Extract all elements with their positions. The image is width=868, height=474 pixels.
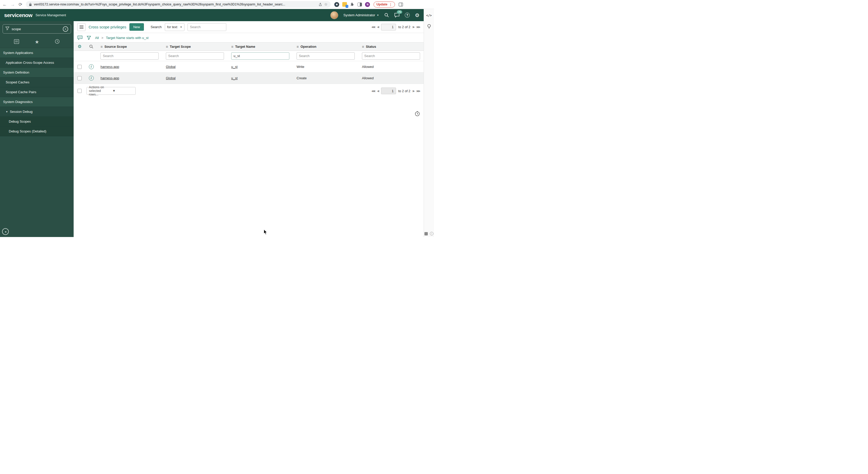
conversations-icon[interactable]: 75 <box>394 13 400 18</box>
page-number-input[interactable] <box>381 24 396 30</box>
sidebar-item-debug-scopes[interactable]: Debug Scopes <box>0 117 74 127</box>
list-toolbar: Cross scope privileges New Search for te… <box>74 21 424 33</box>
breadcrumb-filter-link[interactable]: Target Name starts with u_st <box>106 36 149 40</box>
previous-page-icon[interactable]: ◀ <box>377 89 378 93</box>
cell-source-scope-link[interactable]: harness-app <box>100 76 119 80</box>
sidebar-item-scoped-caches[interactable]: Scoped Caches <box>0 77 74 87</box>
extension-adblock-icon[interactable]: ✱ <box>334 2 339 7</box>
column-menu-icon[interactable]: ≡ <box>362 45 364 49</box>
previous-page-icon[interactable]: ◀ <box>377 25 378 29</box>
sidebar-collapse-button[interactable]: ◄ <box>2 228 9 235</box>
navigator-tabs: ★ <box>0 36 74 48</box>
sidebar-item-session-debug[interactable]: ▼ Session Debug <box>0 107 74 117</box>
sidebar-item-scoped-cache-pairs[interactable]: Scoped Cache Pairs <box>0 87 74 97</box>
column-header-operation[interactable]: ≡Operation <box>293 45 358 49</box>
filter-clear-icon[interactable]: × <box>63 26 68 32</box>
cell-target-scope-link[interactable]: Global <box>166 65 176 69</box>
list-search-input[interactable] <box>188 23 226 31</box>
user-avatar[interactable] <box>331 11 338 19</box>
search-source-scope-input[interactable] <box>100 53 159 60</box>
right-utility-strip: </> i <box>424 9 434 237</box>
new-record-button[interactable]: New <box>129 23 144 31</box>
browser-profile-avatar[interactable]: N <box>365 2 370 7</box>
select-caret-icon: ▼ <box>180 26 182 28</box>
help-icon[interactable]: ? <box>405 13 410 18</box>
extensions-puzzle-icon[interactable] <box>350 2 354 7</box>
sidebar-item-system-definition[interactable]: System Definition <box>0 68 74 77</box>
user-menu[interactable]: System Administrator ▼ <box>343 13 379 17</box>
response-time-clock-icon[interactable] <box>414 111 420 117</box>
last-page-icon[interactable]: ▶▶ <box>417 25 420 29</box>
idea-bulb-icon[interactable] <box>427 24 431 30</box>
address-bar[interactable]: ven03172.service-now.com/nav_to.do?uri=%… <box>26 1 331 8</box>
cell-source-scope-link[interactable]: harness-app <box>100 65 119 69</box>
bookmark-star-icon[interactable]: ☆ <box>324 2 328 7</box>
code-console-icon[interactable]: </> <box>426 14 432 17</box>
column-header-source-scope[interactable]: ≡Source Scope <box>97 45 162 49</box>
first-page-icon[interactable]: ◀◀ <box>371 25 375 29</box>
search-operation-input[interactable] <box>297 53 355 60</box>
extension-notes-icon[interactable]: 3 <box>342 2 347 7</box>
tab-history-clock-icon[interactable] <box>55 39 60 45</box>
search-target-scope-input[interactable] <box>166 53 224 60</box>
record-preview-icon[interactable]: i <box>89 64 94 69</box>
column-search-toggle-icon[interactable] <box>86 44 97 49</box>
tree-expand-caret-icon: ▼ <box>6 110 8 113</box>
column-header-target-name[interactable]: ≡Target Name <box>227 45 293 49</box>
column-menu-icon[interactable]: ≡ <box>231 45 233 49</box>
column-search-row <box>74 51 424 61</box>
search-status-input[interactable] <box>362 53 420 60</box>
next-page-icon[interactable]: ▶ <box>413 89 414 93</box>
personalize-list-gear-icon[interactable]: ⚙ <box>74 44 86 49</box>
row-range-label: to 2 of 2 <box>398 25 410 29</box>
next-page-icon[interactable]: ▶ <box>413 25 414 29</box>
extension-split-screen-icon[interactable] <box>358 3 362 6</box>
navigator-filter-input[interactable] <box>11 27 60 31</box>
select-all-checkbox[interactable] <box>78 89 82 93</box>
footer-toggle-icon[interactable] <box>425 232 428 235</box>
tab-all-applications[interactable] <box>14 39 19 45</box>
column-menu-icon[interactable]: ≡ <box>100 45 102 49</box>
first-page-icon[interactable]: ◀◀ <box>371 89 375 93</box>
list-activity-icon[interactable] <box>77 35 83 40</box>
row-checkbox[interactable] <box>78 65 82 69</box>
cell-target-scope-link[interactable]: Global <box>166 76 176 80</box>
browser-reload-button[interactable]: ⟳ <box>19 2 22 7</box>
search-target-name-input[interactable] <box>231 53 289 60</box>
column-header-target-scope[interactable]: ≡Target Scope <box>162 45 227 49</box>
browser-menu-kebab-icon[interactable]: ⋮ <box>389 3 393 6</box>
cell-target-name-link[interactable]: u_st <box>231 65 238 69</box>
actions-on-selected-rows-select[interactable]: Actions on selected rows... ▼ <box>87 87 135 95</box>
info-icon[interactable]: i <box>430 232 433 235</box>
sidebar-item-debug-scopes-detailed[interactable]: Debug Scopes (Detailed) <box>0 127 74 136</box>
list-title-link[interactable]: Cross scope privileges <box>89 25 126 29</box>
page-number-input[interactable] <box>381 88 396 94</box>
filter-icon[interactable] <box>87 36 91 40</box>
last-page-icon[interactable]: ▶▶ <box>417 89 420 93</box>
servicenow-logo: servicenow <box>4 12 32 18</box>
share-icon[interactable] <box>318 3 322 6</box>
row-checkbox[interactable] <box>78 76 82 80</box>
top-pagination: ◀◀ ◀ to 2 of 2 ▶ ▶▶ <box>371 24 420 30</box>
servicenow-header: servicenow Service Management System Adm… <box>0 9 424 21</box>
cell-target-name-link[interactable]: u_st <box>231 76 238 80</box>
cell-status: Allowed <box>358 76 424 80</box>
settings-gear-icon[interactable]: ⚙ <box>415 13 420 18</box>
sidebar-item-system-applications[interactable]: System Applications <box>0 48 74 58</box>
column-menu-icon[interactable]: ≡ <box>297 45 299 49</box>
column-menu-icon[interactable]: ≡ <box>166 45 168 49</box>
sidebar-item-system-diagnostics[interactable]: System Diagnostics <box>0 97 74 107</box>
record-preview-icon[interactable]: i <box>89 76 94 80</box>
column-header-status[interactable]: ≡Status <box>358 45 424 49</box>
sidebar-item-application-cross-scope-access[interactable]: Application Cross-Scope Access <box>0 58 74 68</box>
global-search-icon[interactable] <box>384 13 389 18</box>
tab-favorites-star-icon[interactable]: ★ <box>35 39 39 44</box>
browser-forward-button[interactable]: → <box>10 2 15 7</box>
browser-back-button[interactable]: ← <box>3 2 7 7</box>
browser-update-button[interactable]: Update ⋮ <box>374 2 395 7</box>
side-panel-icon[interactable] <box>399 3 403 6</box>
breadcrumb-all-link[interactable]: All <box>95 36 99 40</box>
list-context-menu-button[interactable] <box>77 23 86 31</box>
search-type-select[interactable]: for text ▼ <box>165 23 185 31</box>
list-header-row: ⚙ ≡Source Scope ≡Target Scope ≡Target Na… <box>74 42 424 51</box>
